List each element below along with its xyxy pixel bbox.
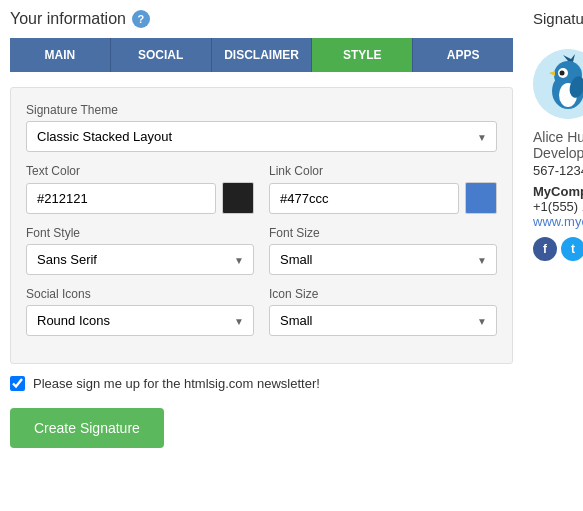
link-color-input[interactable]	[269, 183, 459, 214]
newsletter-row: Please sign me up for the htmlsig.com ne…	[10, 376, 513, 391]
twitter-icon: t	[561, 237, 583, 261]
text-color-input-group	[26, 182, 254, 214]
link-color-group: Link Color	[269, 164, 497, 214]
font-style-group: Font Style Sans Serif Serif Monospace	[26, 226, 254, 275]
tab-bar: MAIN SOCIAL DISCLAIMER STYLE APPS	[10, 38, 513, 72]
icon-size-select[interactable]: Small Medium Large	[269, 305, 497, 336]
newsletter-checkbox[interactable]	[10, 376, 25, 391]
avatar	[533, 49, 583, 119]
icons-row: Social Icons Round Icons Square Icons Fl…	[26, 287, 497, 348]
help-icon[interactable]: ?	[132, 10, 150, 28]
social-icons-label: Social Icons	[26, 287, 254, 301]
sig-role: Developer	[533, 145, 583, 161]
signature-theme-group: Signature Theme Classic Stacked Layout M…	[26, 103, 497, 152]
link-color-swatch[interactable]	[465, 182, 497, 214]
sig-name: Alice Hunter / Developer	[533, 129, 583, 161]
tab-social[interactable]: SOCIAL	[111, 38, 212, 72]
social-icons-wrapper: Round Icons Square Icons Flat Icons	[26, 305, 254, 336]
social-icons-select[interactable]: Round Icons Square Icons Flat Icons	[26, 305, 254, 336]
link-color-label: Link Color	[269, 164, 497, 178]
text-color-input[interactable]	[26, 183, 216, 214]
icon-size-group: Icon Size Small Medium Large	[269, 287, 497, 336]
facebook-icon: f	[533, 237, 557, 261]
tab-apps[interactable]: APPS	[413, 38, 513, 72]
create-signature-button[interactable]: Create Signature	[10, 408, 164, 448]
font-size-group: Font Size Small Medium Large	[269, 226, 497, 275]
color-row: Text Color Link Color	[26, 164, 497, 226]
text-color-label: Text Color	[26, 164, 254, 178]
signature-theme-wrapper: Classic Stacked Layout Modern Layout Com…	[26, 121, 497, 152]
icon-size-label: Icon Size	[269, 287, 497, 301]
tab-main[interactable]: MAIN	[10, 38, 111, 72]
font-size-select[interactable]: Small Medium Large	[269, 244, 497, 275]
font-row: Font Style Sans Serif Serif Monospace Fo…	[26, 226, 497, 287]
sig-company-phone: +1(555) 1234-567	[533, 199, 583, 214]
font-style-select[interactable]: Sans Serif Serif Monospace	[26, 244, 254, 275]
sig-website: www.mycompany.com	[533, 214, 583, 229]
font-style-wrapper: Sans Serif Serif Monospace	[26, 244, 254, 275]
font-size-label: Font Size	[269, 226, 497, 240]
icon-size-wrapper: Small Medium Large	[269, 305, 497, 336]
sig-company: MyCompany	[533, 184, 583, 199]
style-form: Signature Theme Classic Stacked Layout M…	[10, 87, 513, 364]
newsletter-label[interactable]: Please sign me up for the htmlsig.com ne…	[33, 376, 320, 391]
sig-phone: 567-12345	[533, 163, 583, 178]
signature-theme-select[interactable]: Classic Stacked Layout Modern Layout Com…	[26, 121, 497, 152]
sig-social-icons: f t g+ in	[533, 237, 583, 261]
page-title: Your information	[10, 10, 126, 28]
signature-preview: Alice Hunter / Developer 567-12345 MyCom…	[533, 39, 583, 271]
font-size-wrapper: Small Medium Large	[269, 244, 497, 275]
signature-theme-label: Signature Theme	[26, 103, 497, 117]
text-color-group: Text Color	[26, 164, 254, 214]
svg-point-5	[560, 71, 565, 76]
tab-disclaimer[interactable]: DISCLAIMER	[212, 38, 313, 72]
tab-style[interactable]: STYLE	[312, 38, 413, 72]
preview-title: Signature preview	[533, 10, 583, 27]
social-icons-group: Social Icons Round Icons Square Icons Fl…	[26, 287, 254, 336]
text-color-swatch[interactable]	[222, 182, 254, 214]
font-style-label: Font Style	[26, 226, 254, 240]
link-color-input-group	[269, 182, 497, 214]
